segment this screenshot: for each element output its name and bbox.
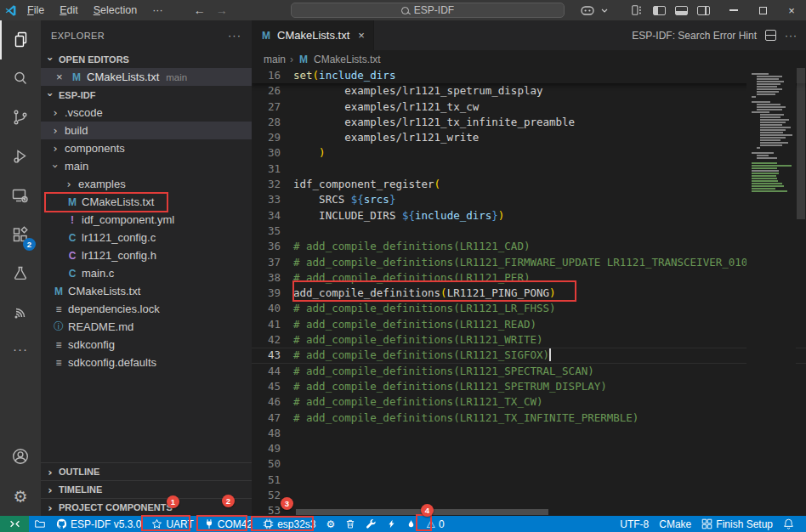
minimize-button[interactable] (719, 0, 748, 20)
status-device-target[interactable]: esp32s3 (258, 516, 321, 532)
toggle-panel-icon[interactable] (670, 0, 692, 20)
tree-file-cmakelists-txt[interactable]: MCMakeLists.txt (41, 282, 252, 300)
code-line-35[interactable]: 35 (252, 224, 806, 239)
tree-file-readme-md[interactable]: ⓘREADME.md (41, 318, 252, 336)
section-outline[interactable]: › OUTLINE (41, 462, 252, 480)
code-line-52[interactable]: 52 (252, 488, 806, 503)
section-project-components[interactable]: › PROJECT COMPONENTS (41, 498, 252, 516)
status-problems[interactable]: ⚠0 (421, 516, 449, 532)
sticky-line-16[interactable]: 16set(include_dirs (252, 68, 806, 83)
code-line-46[interactable]: 46# add_compile_definitions(LR1121_TX_CW… (252, 394, 806, 410)
tree-folder-build[interactable]: ›build (41, 122, 252, 139)
code-line-48[interactable]: 48 (252, 426, 806, 441)
code-line-32[interactable]: 32idf_component_register( (252, 177, 806, 192)
code-line-34[interactable]: 34 INCLUDE_DIRS ${include_dirs}) (252, 208, 806, 224)
activity-run-debug[interactable] (0, 138, 41, 177)
status-cmake[interactable]: CMake (654, 516, 696, 532)
code-line-29[interactable]: 29 examples/lr1121_write (252, 130, 806, 145)
tree-file-sdkconfig-defaults[interactable]: ≡sdkconfig.defaults (41, 354, 252, 371)
tree-file-lr1121-config-h[interactable]: Clr1121_config.h (41, 246, 252, 264)
breadcrumb-file[interactable]: CMakeLists.txt (314, 54, 381, 65)
maximize-button[interactable] (748, 0, 777, 20)
breadcrumb-folder[interactable]: main (264, 54, 286, 65)
sidebar-more-icon[interactable]: ··· (228, 29, 241, 42)
status-remote[interactable] (0, 516, 29, 532)
breadcrumb[interactable]: main › M CMakeLists.txt (252, 50, 806, 68)
activity-more[interactable]: ··· (0, 333, 41, 364)
status-flash-device[interactable] (382, 516, 401, 532)
tab-cmakelists[interactable]: M CMakeLists.txt × (252, 20, 374, 50)
status-finish-setup[interactable]: Finish Setup (696, 516, 778, 532)
activity-settings[interactable]: ⚙ (0, 477, 41, 516)
code-line-42[interactable]: 42# add_compile_definitions(LR1121_WRITE… (252, 332, 806, 348)
code-line-43[interactable]: 43# add_compile_definitions(LR1121_SIGFO… (252, 348, 806, 363)
code-line-27[interactable]: 27 examples/lr1121_tx_cw (252, 99, 806, 115)
activity-explorer[interactable] (0, 20, 41, 59)
activity-extensions[interactable]: 2 (0, 216, 41, 255)
tree-root-espidf[interactable]: › ESP-IDF (41, 86, 252, 104)
status-esp-idf-version[interactable]: ESP-IDF v5.3.0 (51, 516, 146, 532)
copilot-icon[interactable] (576, 0, 599, 20)
code-area[interactable]: 16set(include_dirs 26 examples/lr1121_sp… (252, 68, 806, 516)
status-open-folder[interactable] (29, 516, 51, 532)
code-line-30[interactable]: 30 ) (252, 145, 806, 161)
tree-file-cmakelists-txt[interactable]: MCMakeLists.txt (41, 193, 252, 211)
code-line-50[interactable]: 50 (252, 456, 806, 472)
code-line-28[interactable]: 28 examples/lr1121_tx_infinite_preamble (252, 115, 806, 130)
tree-folder-examples[interactable]: ›examples (41, 175, 252, 193)
tree-file-lr1121-config-c[interactable]: Clr1121_config.c (41, 229, 252, 246)
forward-arrow-icon[interactable]: → (216, 3, 228, 17)
code-line-36[interactable]: 36# add_compile_definitions(LR1121_CAD) (252, 239, 806, 254)
activity-espressif[interactable] (0, 294, 41, 333)
esp-idf-search-error-hint[interactable]: ESP-IDF: Search Error Hint (632, 30, 757, 42)
activity-remote-explorer[interactable] (0, 177, 41, 216)
vertical-scrollbar[interactable] (796, 68, 806, 516)
tree-file-dependencies-lock[interactable]: ≡dependencies.lock (41, 300, 252, 318)
split-editor-icon[interactable] (765, 30, 776, 41)
code-line-26[interactable]: 26 examples/lr1121_spetrum_display (252, 83, 806, 99)
open-editor-cmakelists[interactable]: × M CMakeLists.txt main (41, 68, 252, 86)
activity-account[interactable] (0, 438, 41, 477)
code-line-51[interactable]: 51 (252, 473, 806, 488)
customize-layout-icon[interactable] (626, 0, 648, 20)
activity-testing[interactable] (0, 255, 41, 294)
code-line-49[interactable]: 49 (252, 441, 806, 456)
code-line-45[interactable]: 45# add_compile_definitions(LR1121_SPETR… (252, 379, 806, 394)
code-line-33[interactable]: 33 SRCS ${srcs} (252, 192, 806, 207)
back-arrow-icon[interactable]: ← (194, 3, 206, 17)
menu-file[interactable]: File (20, 3, 51, 18)
code-line-44[interactable]: 44# add_compile_definitions(LR1121_SPECT… (252, 364, 806, 379)
code-line-41[interactable]: 41# add_compile_definitions(LR1121_READ) (252, 317, 806, 332)
status-menuconfig[interactable]: ⚙ (321, 516, 341, 532)
tree-file-sdkconfig[interactable]: ≡sdkconfig (41, 336, 252, 354)
open-editors-header[interactable]: › OPEN EDITORS (41, 50, 252, 68)
tree-folder-components[interactable]: ›components (41, 139, 252, 157)
code-line-47[interactable]: 47# add_compile_definitions(LR1121_TX_IN… (252, 410, 806, 426)
section-timeline[interactable]: › TIMELINE (41, 480, 252, 498)
chevron-down-icon[interactable] (599, 0, 610, 20)
code-line-31[interactable]: 31 (252, 161, 806, 177)
close-icon[interactable]: × (56, 71, 66, 83)
status-encoding[interactable]: UTF-8 (615, 516, 654, 532)
toggle-sidebar-icon[interactable] (648, 0, 670, 20)
status-serial-port[interactable]: COM42 (199, 516, 258, 532)
close-button[interactable]: × (777, 0, 806, 20)
status-flash-method-uart[interactable]: UART (146, 516, 198, 532)
status-notifications[interactable] (778, 516, 799, 532)
status-full-clean[interactable] (340, 516, 360, 532)
horizontal-scrollbar[interactable] (296, 509, 548, 515)
code-line-38[interactable]: 38# add_compile_definitions(LR1121_PER) (252, 270, 806, 286)
editor-more-icon[interactable]: ··· (785, 30, 797, 42)
tree-file-idf-component-yml[interactable]: !idf_component.yml (41, 211, 252, 229)
status-monitor-device[interactable] (401, 516, 421, 532)
activity-source-control[interactable] (0, 99, 41, 138)
menu-selection[interactable]: Selection (87, 3, 144, 18)
code-line-40[interactable]: 40# add_compile_definitions(LR1121_LR_FH… (252, 301, 806, 316)
command-center-search[interactable]: ESP-IDF (291, 3, 565, 18)
tree-folder-main[interactable]: ›main (41, 157, 252, 175)
tree-folder--vscode[interactable]: ›.vscode (41, 104, 252, 122)
menu-edit[interactable]: Edit (53, 3, 85, 18)
tree-file-main-c[interactable]: Cmain.c (41, 264, 252, 282)
activity-search[interactable] (0, 59, 41, 99)
status-build-project[interactable] (360, 516, 382, 532)
